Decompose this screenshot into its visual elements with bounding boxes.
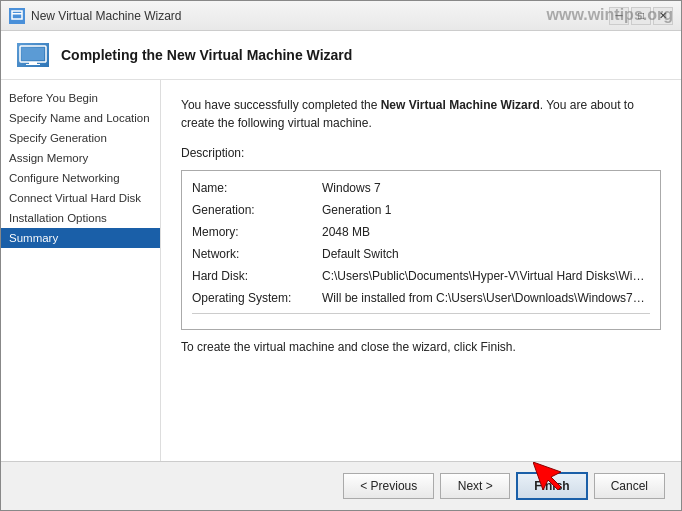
wizard-footer: < Previous Next > Finish Cancel [1,461,681,510]
desc-val-memory: 2048 MB [322,223,650,241]
watermark: www.wintips.org [546,6,673,24]
desc-val-network: Default Switch [322,245,650,263]
sidebar-item-configure-networking[interactable]: Configure Networking [1,168,160,188]
desc-key-os: Operating System: [192,289,322,307]
desc-val-os: Will be installed from C:\Users\User\Dow… [322,289,650,307]
description-box: Name: Windows 7 Generation: Generation 1… [181,170,661,330]
window-icon [9,8,25,24]
svg-rect-1 [12,13,22,15]
sidebar-item-connect-virtual-hard-disk[interactable]: Connect Virtual Hard Disk [1,188,160,208]
desc-val-generation: Generation 1 [322,201,650,219]
sidebar-item-assign-memory[interactable]: Assign Memory [1,148,160,168]
sidebar-item-specify-generation[interactable]: Specify Generation [1,128,160,148]
cancel-button[interactable]: Cancel [594,473,665,499]
desc-row-name: Name: Windows 7 [192,179,650,197]
sidebar-item-installation-options[interactable]: Installation Options [1,208,160,228]
sidebar-item-specify-name-location[interactable]: Specify Name and Location [1,108,160,128]
header-screen-icon [17,43,49,67]
description-label: Description: [181,146,661,160]
svg-rect-0 [12,11,22,19]
svg-rect-3 [22,48,44,60]
desc-row-generation: Generation: Generation 1 [192,201,650,219]
desc-key-harddisk: Hard Disk: [192,267,322,285]
desc-row-memory: Memory: 2048 MB [192,223,650,241]
desc-row-harddisk: Hard Disk: C:\Users\Public\Documents\Hyp… [192,267,650,285]
intro-bold: New Virtual Machine Wizard [381,98,540,112]
desc-row-os: Operating System: Will be installed from… [192,289,650,307]
desc-val-name: Windows 7 [322,179,650,197]
svg-rect-5 [26,64,40,65]
intro-text: You have successfully completed the New … [181,96,661,132]
description-separator [192,313,650,314]
main-content: You have successfully completed the New … [161,80,681,461]
next-button[interactable]: Next > [440,473,510,499]
svg-rect-4 [29,62,37,64]
svg-marker-6 [533,462,561,490]
wizard-window: www.wintips.org New Virtual Machine Wiza… [0,0,682,511]
sidebar-item-summary[interactable]: Summary [1,228,160,248]
desc-key-memory: Memory: [192,223,322,241]
wizard-header: Completing the New Virtual Machine Wizar… [1,31,681,80]
desc-row-network: Network: Default Switch [192,245,650,263]
sidebar-item-before-you-begin[interactable]: Before You Begin [1,88,160,108]
finish-text: To create the virtual machine and close … [181,340,661,354]
desc-key-name: Name: [192,179,322,197]
main-layout: Before You Begin Specify Name and Locati… [1,80,681,461]
desc-val-harddisk: C:\Users\Public\Documents\Hyper-V\Virtua… [322,267,650,285]
window-title: New Virtual Machine Wizard [31,9,182,23]
wizard-title: Completing the New Virtual Machine Wizar… [61,47,352,63]
desc-key-network: Network: [192,245,322,263]
previous-button[interactable]: < Previous [343,473,434,499]
desc-key-generation: Generation: [192,201,322,219]
sidebar: Before You Begin Specify Name and Locati… [1,80,161,461]
title-bar-left: New Virtual Machine Wizard [9,8,182,24]
